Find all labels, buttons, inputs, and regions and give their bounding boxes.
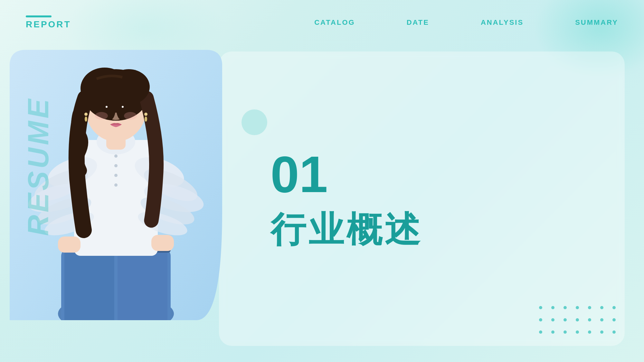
section-title: 行业概述 (270, 210, 625, 249)
nav-summary[interactable]: SUMMARY (575, 18, 618, 27)
dot-20 (600, 330, 603, 334)
svg-rect-39 (151, 235, 174, 251)
svg-point-35 (85, 116, 87, 122)
svg-point-34 (84, 113, 88, 116)
dot-3 (564, 306, 567, 309)
svg-rect-38 (58, 237, 80, 253)
dot-6 (600, 306, 603, 309)
svg-point-32 (95, 112, 108, 120)
dot-18 (576, 330, 579, 334)
report-logo: REPORT (26, 15, 71, 30)
dot-17 (564, 330, 567, 334)
svg-point-31 (122, 106, 124, 108)
dot-grid-decoration (539, 306, 618, 336)
dot-13 (600, 318, 603, 321)
dot-1 (539, 306, 542, 309)
nav-analysis[interactable]: ANALYSIS (481, 18, 524, 27)
svg-point-27 (108, 69, 150, 105)
nav-date[interactable]: DATE (407, 18, 429, 27)
svg-rect-3 (64, 246, 114, 320)
svg-point-22 (114, 183, 118, 187)
report-label: REPORT (26, 19, 71, 30)
svg-point-37 (145, 116, 147, 122)
dot-4 (576, 306, 579, 309)
dot-12 (588, 318, 591, 321)
svg-point-21 (114, 174, 118, 177)
dot-15 (539, 330, 542, 334)
svg-point-29 (119, 105, 128, 111)
dot-9 (551, 318, 554, 321)
dot-19 (588, 330, 591, 334)
nav-catalog[interactable]: CATALOG (314, 18, 355, 27)
svg-point-28 (103, 105, 112, 111)
svg-rect-4 (118, 246, 167, 320)
svg-point-33 (124, 112, 137, 120)
dot-11 (576, 318, 579, 321)
dot-8 (539, 318, 542, 321)
svg-point-20 (114, 164, 118, 167)
report-bar (26, 15, 52, 17)
dot-10 (564, 318, 567, 321)
svg-point-19 (114, 154, 118, 158)
deco-circle-small (242, 109, 267, 135)
dot-5 (588, 306, 591, 309)
dot-14 (612, 318, 616, 321)
dot-7 (612, 306, 616, 309)
dot-2 (551, 306, 554, 309)
right-panel: 01 行业概述 (219, 51, 625, 346)
svg-point-30 (106, 106, 108, 108)
header-nav: CATALOG DATE ANALYSIS SUMMARY (314, 18, 618, 27)
dot-16 (551, 330, 554, 334)
dot-21 (612, 330, 616, 334)
svg-point-36 (144, 113, 147, 116)
header: REPORT CATALOG DATE ANALYSIS SUMMARY (0, 0, 644, 45)
resume-watermark: RESUME (22, 97, 55, 236)
section-number: 01 (270, 149, 625, 200)
